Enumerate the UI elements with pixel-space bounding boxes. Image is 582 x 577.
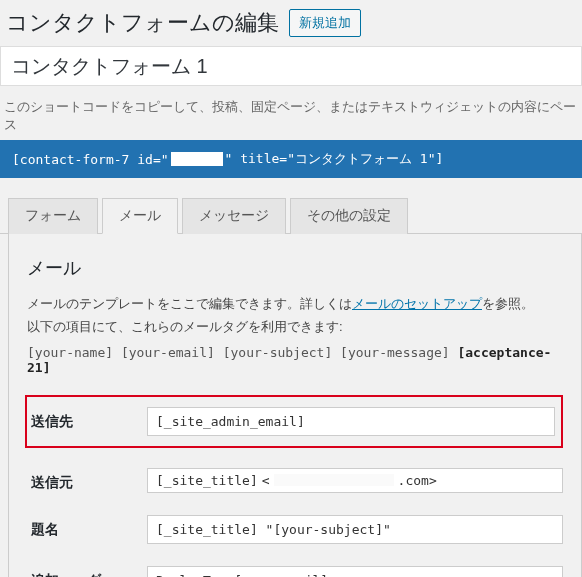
field-row-headers: 追加ヘッダー <box>27 566 563 577</box>
tab-form[interactable]: フォーム <box>8 198 98 234</box>
mail-description: メールのテンプレートをここで編集できます。詳しくはメールのセットアップを参照。 … <box>27 292 563 339</box>
from-redacted <box>274 474 394 486</box>
from-input[interactable]: [_site_title] < .com> <box>147 468 563 493</box>
mail-heading: メール <box>27 256 563 280</box>
shortcode-id-redacted <box>171 152 223 166</box>
to-label: 送信先 <box>27 407 147 431</box>
tab-mail[interactable]: メール <box>102 198 178 234</box>
shortcode-suffix: " title="コンタクトフォーム 1"] <box>225 150 444 168</box>
subject-input[interactable] <box>147 515 563 544</box>
mail-tags: [your-name] [your-email] [your-subject] … <box>27 345 563 375</box>
shortcode-description: このショートコードをコピーして、投稿、固定ページ、またはテキストウィジェットの内… <box>0 94 582 140</box>
tab-messages[interactable]: メッセージ <box>182 198 286 234</box>
mail-setup-link[interactable]: メールのセットアップ <box>352 296 482 311</box>
tabs: フォーム メール メッセージ その他の設定 <box>0 198 582 234</box>
tab-other[interactable]: その他の設定 <box>290 198 408 234</box>
subject-label: 題名 <box>27 515 147 539</box>
field-row-to: 送信先 <box>25 395 563 448</box>
field-row-from: 送信元 [_site_title] < .com> <box>27 468 563 493</box>
field-row-subject: 題名 <box>27 515 563 544</box>
headers-label: 追加ヘッダー <box>27 566 147 577</box>
shortcode-prefix: [contact-form-7 id=" <box>12 152 169 167</box>
mail-panel: メール メールのテンプレートをここで編集できます。詳しくはメールのセットアップを… <box>8 234 582 577</box>
add-new-button[interactable]: 新規追加 <box>289 9 361 37</box>
page-title: コンタクトフォームの編集 <box>6 8 279 38</box>
shortcode-box[interactable]: [contact-form-7 id=" " title="コンタクトフォーム … <box>0 140 582 178</box>
headers-input[interactable] <box>147 566 563 577</box>
from-label: 送信元 <box>27 468 147 492</box>
form-title-input[interactable] <box>0 46 582 86</box>
to-input[interactable] <box>147 407 555 436</box>
